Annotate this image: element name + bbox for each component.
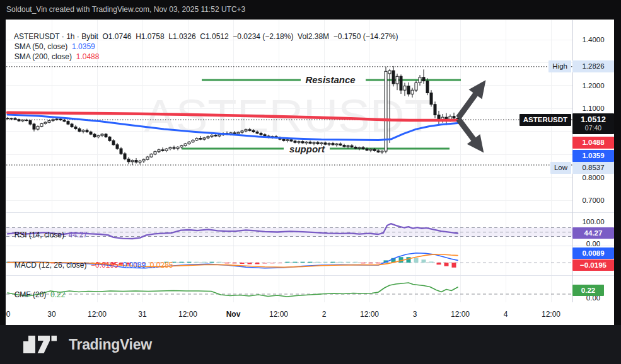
sma200-label: SMA (200, close) (15, 52, 72, 61)
resistance-label: Resistance (305, 74, 355, 85)
low-tag: Low (550, 162, 571, 174)
macd-line-value: 0.0089 (122, 261, 146, 270)
time-tick-label: 12:00 (441, 309, 479, 319)
time-tick-label: 12:00 (532, 309, 570, 319)
rsi-value-badge: 44.27 (572, 227, 614, 239)
macd-label: MACD (12, 26, close) (15, 261, 87, 270)
rsi-scale-top: 100.00 (573, 217, 613, 226)
right-crop-strip (614, 20, 621, 325)
price-tick-label: 1.4000 (573, 35, 613, 44)
tradingview-screenshot: { "topbar": { "attribution": "Soldout_Vi… (0, 0, 621, 364)
cmf-legend-row[interactable]: CMF (20) 0.22 (10, 282, 65, 299)
sma200-value: 1.0488 (76, 52, 100, 61)
time-tick-label: Nov (214, 309, 252, 319)
last-price-time: 07:40 (572, 124, 614, 132)
cmf-label: CMF (20) (15, 290, 47, 299)
attribution-text: Soldout_Vin created with TradingView.com… (6, 5, 245, 14)
time-tick-label: 2 (305, 309, 343, 319)
footer-bar: TradingView (0, 325, 621, 364)
cmf-line (8, 283, 458, 297)
time-tick-label: 12:00 (169, 309, 207, 319)
time-tick-label: 30 (33, 309, 71, 319)
sma200-legend-row[interactable]: SMA (200, close) 1.0488 (10, 43, 99, 61)
tradingview-brand-text[interactable]: TradingView (69, 336, 152, 353)
macd-value-badge: 0.0089 (572, 247, 614, 259)
time-tick-label: 12:00 (260, 309, 298, 319)
last-price-badge: 1.0512 07:40 (572, 113, 614, 134)
macd-signal-value: 0.0285 (150, 261, 173, 270)
time-tick-label: 4 (487, 309, 525, 319)
rsi-value: 44.27 (69, 230, 88, 239)
left-crop-strip (0, 20, 6, 325)
last-symbol-tag: ASTERUSDT (519, 114, 571, 126)
price-tick-label: 1.2000 (573, 81, 613, 90)
attribution-bar: Soldout_Vin created with TradingView.com… (0, 0, 621, 20)
down-breakout-arrow (452, 114, 490, 157)
time-tick-label: 3 (396, 309, 434, 319)
time-tick-label: 12:00 (351, 309, 388, 319)
rsi-scale-bottom: 0.00 (573, 239, 613, 248)
macd-hist-badge: −0.0195 (572, 259, 614, 271)
cmf-value-badge: 0.22 (572, 285, 604, 296)
low-price-badge: 0.8537 (572, 162, 614, 174)
up-breakout-arrow (451, 75, 492, 122)
macd-hist-value: −0.0195 (91, 261, 119, 270)
sma200-price-badge: 1.0488 (572, 137, 614, 149)
macd-legend-row[interactable]: MACD (12, 26, close) −0.0195 0.0089 0.02… (10, 252, 173, 270)
price-tick-label: 0.7000 (573, 196, 613, 205)
rsi-label: RSI (14, close) (15, 230, 64, 239)
cmf-value: 0.22 (50, 290, 65, 299)
price-tick-label: 0.8000 (573, 173, 613, 182)
rsi-legend-row[interactable]: RSI (14, close) 44.27 (10, 222, 88, 239)
time-tick-label: 12:00 (78, 309, 116, 319)
sma50-price-badge: 1.0359 (572, 150, 614, 162)
price-tick-label: 1.1000 (573, 104, 613, 113)
high-tag: High (548, 60, 571, 72)
support-label: support (289, 144, 325, 154)
time-tick-label: 31 (124, 309, 161, 319)
high-price-badge: 1.2826 (572, 60, 614, 72)
last-price-value: 1.0512 (572, 115, 614, 124)
tradingview-logo-icon[interactable] (21, 335, 61, 354)
